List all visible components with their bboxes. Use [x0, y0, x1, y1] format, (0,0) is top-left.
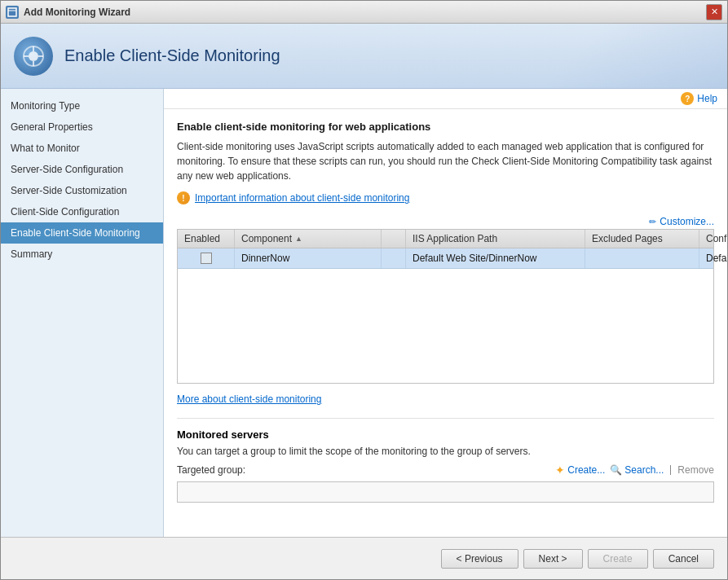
col-excluded-pages: Excluded Pages	[585, 230, 699, 248]
component-cell: DinnerNow	[235, 248, 382, 268]
sidebar-item-enable-client-side[interactable]: Enable Client-Side Monitoring	[1, 222, 163, 244]
spacer-cell	[382, 248, 406, 268]
sidebar-item-monitoring-type[interactable]: Monitoring Type	[1, 95, 163, 116]
main-content: ? Help Enable client-side monitoring for…	[164, 89, 727, 537]
sidebar-item-what-to-monitor[interactable]: What to Monitor	[1, 138, 163, 159]
col-enabled: Enabled	[178, 230, 235, 248]
targeted-group-row: Targeted group: ✦ Create... 🔍 Search...	[177, 464, 714, 477]
star-icon: ✦	[555, 464, 565, 477]
header-bg-decoration	[483, 24, 727, 89]
excluded-pages-cell	[585, 248, 699, 268]
section-description: Client-side monitoring uses JavaScript s…	[177, 139, 714, 183]
header-title: Enable Client-Side Monitoring	[64, 46, 280, 65]
monitored-servers-section: Monitored servers You can target a group…	[177, 418, 714, 503]
component-name: DinnerNow	[241, 253, 289, 264]
col-configuration: Configuration	[699, 230, 727, 248]
header-icon	[14, 37, 53, 76]
content-area: Monitoring Type General Properties What …	[1, 89, 727, 537]
info-icon: !	[177, 191, 190, 204]
title-bar-left: Add Monitoring Wizard	[6, 6, 130, 19]
close-button[interactable]: ✕	[706, 4, 722, 20]
col-iis-path: IIS Application Path	[406, 230, 585, 248]
separator	[670, 465, 671, 475]
more-link-section: More about client-side monitoring	[177, 393, 714, 405]
iis-path-cell: Default Web Site/DinnerNow	[406, 248, 585, 268]
create-label: Create...	[567, 464, 605, 476]
previous-button[interactable]: < Previous	[441, 549, 518, 569]
monitored-description: You can target a group to limit the scop…	[177, 446, 714, 457]
configuration-cell: Default	[699, 248, 727, 268]
action-buttons: ✦ Create... 🔍 Search... Remove	[555, 464, 714, 477]
important-info-link[interactable]: Important information about client-side …	[195, 192, 409, 204]
table-row[interactable]: DinnerNow Default Web Site/DinnerNow Def…	[178, 248, 713, 269]
table-empty-area	[178, 269, 713, 383]
cancel-button[interactable]: Cancel	[653, 549, 714, 569]
remove-label: Remove	[677, 464, 714, 476]
remove-button[interactable]: Remove	[677, 464, 714, 476]
window-title: Add Monitoring Wizard	[24, 7, 130, 18]
svg-point-3	[29, 51, 38, 61]
monitored-title: Monitored servers	[177, 428, 714, 441]
enabled-checkbox[interactable]	[201, 253, 212, 264]
sort-icon: ▲	[295, 235, 302, 243]
table-header: Enabled Component ▲ IIS Application Path…	[178, 230, 713, 248]
help-bar: ? Help	[164, 89, 727, 109]
customize-label: Customize...	[660, 216, 714, 227]
help-link[interactable]: ? Help	[681, 92, 717, 105]
wizard-header: Enable Client-Side Monitoring	[1, 24, 727, 89]
applications-table: Enabled Component ▲ IIS Application Path…	[177, 229, 714, 384]
footer-create-button[interactable]: Create	[588, 549, 648, 569]
window-icon	[6, 6, 19, 19]
sidebar-item-general-properties[interactable]: General Properties	[1, 116, 163, 138]
enabled-cell[interactable]	[178, 248, 235, 268]
sidebar-item-server-side-custom[interactable]: Server-Side Customization	[1, 180, 163, 201]
iis-path-value: Default Web Site/DinnerNow	[413, 253, 537, 264]
search-icon: 🔍	[610, 464, 622, 476]
sidebar-item-summary[interactable]: Summary	[1, 244, 163, 265]
section-title: Enable client-side monitoring for web ap…	[177, 121, 714, 133]
targeted-label: Targeted group:	[177, 464, 245, 476]
search-label: Search...	[624, 464, 664, 476]
col-spacer	[382, 230, 406, 248]
targeted-group-input[interactable]	[177, 481, 714, 503]
next-button[interactable]: Next >	[523, 549, 583, 569]
title-bar: Add Monitoring Wizard ✕	[1, 1, 727, 24]
configuration-value: Default	[706, 253, 727, 264]
help-label: Help	[697, 93, 717, 104]
create-button[interactable]: ✦ Create...	[555, 464, 605, 477]
info-link-row: ! Important information about client-sid…	[177, 191, 714, 204]
sidebar-item-client-side-config[interactable]: Client-Side Configuration	[1, 201, 163, 222]
main-body: Enable client-side monitoring for web ap…	[164, 109, 727, 537]
sidebar: Monitoring Type General Properties What …	[1, 89, 164, 537]
customize-button[interactable]: ✏ Customize...	[649, 216, 714, 227]
more-about-link[interactable]: More about client-side monitoring	[177, 393, 321, 405]
help-icon: ?	[681, 92, 694, 105]
wizard-footer: < Previous Next > Create Cancel	[1, 537, 727, 579]
svg-rect-0	[8, 8, 16, 16]
sidebar-item-server-side-config[interactable]: Server-Side Configuration	[1, 159, 163, 180]
pencil-icon: ✏	[649, 217, 656, 227]
customize-bar: ✏ Customize...	[177, 216, 714, 227]
col-component: Component ▲	[235, 230, 382, 248]
wizard-window: Add Monitoring Wizard ✕ Enable Client-Si…	[0, 0, 728, 580]
search-button[interactable]: 🔍 Search...	[610, 464, 664, 476]
